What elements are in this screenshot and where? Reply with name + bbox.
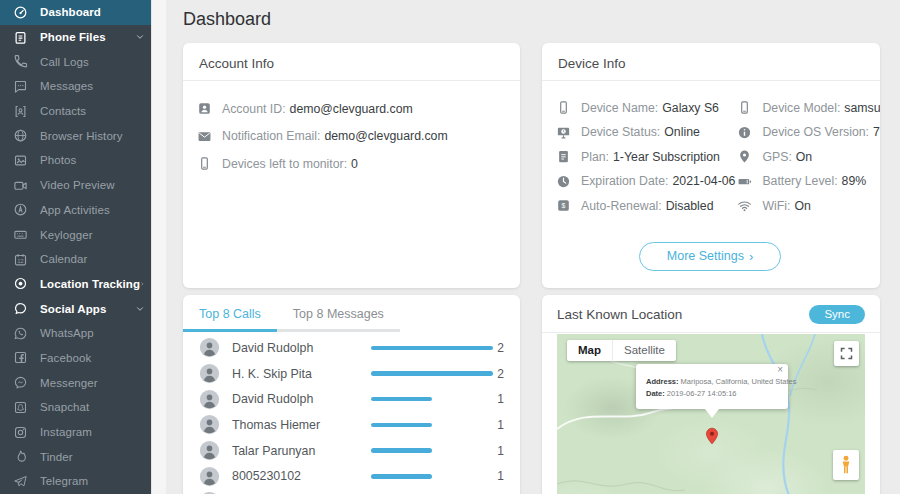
sidebar-scrollbar[interactable]	[151, 0, 166, 494]
sidebar-item-whatsapp[interactable]: WhatsApp	[0, 321, 151, 346]
sidebar-item-label: App Activities	[40, 204, 110, 216]
sidebar-item-label: Calendar	[40, 253, 87, 265]
social-apps-icon	[13, 301, 28, 316]
call-contact-name: David Rudolph	[232, 341, 371, 355]
sidebar-item-location-tracking[interactable]: Location Tracking	[0, 272, 151, 297]
avatar-icon	[199, 440, 220, 461]
call-row[interactable]: H. K. Skip Pita2	[183, 361, 520, 387]
clock-icon	[556, 174, 571, 189]
sidebar-item-snapchat[interactable]: Snapchat	[0, 395, 151, 420]
sidebar-item-call-logs[interactable]: Call Logs	[0, 49, 151, 74]
mail-icon	[197, 129, 212, 144]
info-value: Galaxy S6	[662, 101, 719, 115]
call-contact-name: David Rudolph	[232, 392, 371, 406]
popup-address-line: Address: Mariposa, California, United St…	[646, 377, 778, 386]
more-settings-button[interactable]: More Settings ›	[639, 242, 781, 271]
location-tracking-icon	[13, 276, 28, 291]
snapchat-icon	[13, 400, 28, 415]
call-count-bar	[371, 346, 493, 351]
sync-button[interactable]: Sync	[809, 305, 865, 324]
info-label: Devices left to monitor:	[222, 157, 347, 171]
sidebar-item-facebook[interactable]: Facebook	[0, 346, 151, 371]
wifi-icon	[737, 198, 752, 213]
sidebar-item-contacts[interactable]: Contacts	[0, 99, 151, 124]
info-row-device-os-version: Device OS Version:7.0	[737, 125, 880, 141]
location-title: Last Known Location	[557, 307, 682, 322]
sidebar-item-photos[interactable]: Photos	[0, 148, 151, 173]
sidebar-nav: DashboardPhone FilesCall LogsMessagesCon…	[0, 0, 151, 494]
sidebar-item-label: Telegram	[40, 475, 88, 487]
top-activity-card: Top 8 CallsTop 8 Messages David Rudolph2…	[183, 295, 520, 494]
activity-tabs: Top 8 CallsTop 8 Messages	[183, 295, 520, 332]
call-count-bar	[371, 423, 493, 428]
call-row[interactable]	[183, 489, 520, 494]
call-row[interactable]: David Rudolph1	[183, 386, 520, 412]
info-row-battery-level: Battery Level:89%	[737, 174, 880, 190]
info-label: Notification Email:	[222, 129, 320, 143]
tab-top-8-messages[interactable]: Top 8 Messages	[277, 295, 400, 332]
sidebar-item-label: Snapchat	[40, 401, 89, 413]
sidebar-item-label: Dashboard	[40, 6, 101, 18]
call-list: David Rudolph2H. K. Skip Pita2David Rudo…	[183, 332, 520, 494]
sidebar-item-label: Contacts	[40, 105, 86, 117]
chevron-right-icon: ›	[749, 249, 753, 264]
map[interactable]: Map Satellite × Address: Mariposa, Calif…	[557, 334, 865, 494]
pegman-button[interactable]	[833, 450, 859, 480]
info-label: WiFi:	[762, 199, 790, 213]
call-count-value: 2	[493, 367, 504, 381]
smartphone-icon	[737, 100, 752, 115]
call-row[interactable]: Thomas Hiemer1	[183, 412, 520, 438]
popup-address-value: Mariposa, California, United States	[681, 377, 797, 386]
sidebar-item-tinder[interactable]: Tinder	[0, 444, 151, 469]
call-row[interactable]: 80052301021	[183, 463, 520, 489]
close-icon[interactable]: ×	[777, 365, 783, 375]
avatar-icon	[199, 337, 220, 358]
instagram-icon	[13, 425, 28, 440]
sidebar-item-keylogger[interactable]: Keylogger	[0, 222, 151, 247]
call-count-value: 1	[493, 392, 504, 406]
info-row-device-status: Device Status:Online	[556, 125, 735, 141]
facebook-icon	[13, 350, 28, 365]
sidebar-item-social-apps[interactable]: Social Apps	[0, 296, 151, 321]
sidebar-item-app-activities[interactable]: App Activities	[0, 198, 151, 223]
call-contact-name: Thomas Hiemer	[232, 418, 371, 432]
app-activities-icon	[13, 202, 28, 217]
info-label: Device Model:	[762, 101, 840, 115]
location-card: Last Known Location Sync	[542, 295, 880, 494]
call-count-bar	[371, 448, 493, 453]
keylogger-icon	[13, 227, 28, 242]
sidebar-item-label: Messages	[40, 80, 93, 92]
fullscreen-icon	[839, 349, 854, 364]
location-popup: × Address: Mariposa, California, United …	[636, 364, 788, 409]
sidebar-item-messages[interactable]: Messages	[0, 74, 151, 99]
map-button[interactable]: Map	[567, 340, 613, 361]
info-row-plan: Plan:1-Year Subscription	[556, 149, 735, 165]
fullscreen-button[interactable]	[834, 341, 859, 366]
call-row[interactable]: David Rudolph2	[183, 335, 520, 361]
sidebar-item-messenger[interactable]: Messenger	[0, 370, 151, 395]
sidebar-item-label: Instagram	[40, 426, 92, 438]
sidebar-item-telegram[interactable]: Telegram	[0, 469, 151, 494]
sidebar-item-label: WhatsApp	[40, 327, 94, 339]
sidebar-item-label: Facebook	[40, 352, 91, 364]
photos-icon	[13, 153, 28, 168]
svg-text:$: $	[562, 203, 566, 210]
info-row-expiration-date: Expiration Date:2021-04-06	[556, 174, 735, 190]
account-info-card: Account Info Account ID:demo@clevguard.c…	[183, 43, 520, 288]
satellite-button[interactable]: Satellite	[613, 340, 676, 361]
sidebar-item-video-preview[interactable]: Video Preview	[0, 173, 151, 198]
sidebar-item-dashboard[interactable]: Dashboard	[0, 0, 151, 25]
messenger-icon	[13, 375, 28, 390]
tab-top-8-calls[interactable]: Top 8 Calls	[183, 295, 277, 332]
popup-date-line: Date: 2019-06-27 14:05:16	[646, 389, 778, 398]
call-row[interactable]: Talar Parunyan1	[183, 438, 520, 464]
more-settings-label: More Settings	[667, 249, 744, 263]
call-count-bar	[371, 474, 493, 479]
sidebar-item-calendar[interactable]: 12Calendar	[0, 247, 151, 272]
map-pin-icon[interactable]	[703, 419, 721, 453]
contacts-icon	[13, 104, 28, 119]
sidebar-item-phone-files[interactable]: Phone Files	[0, 25, 151, 50]
call-contact-name: 8005230102	[232, 469, 371, 483]
sidebar-item-browser-history[interactable]: Browser History	[0, 123, 151, 148]
sidebar-item-instagram[interactable]: Instagram	[0, 420, 151, 445]
